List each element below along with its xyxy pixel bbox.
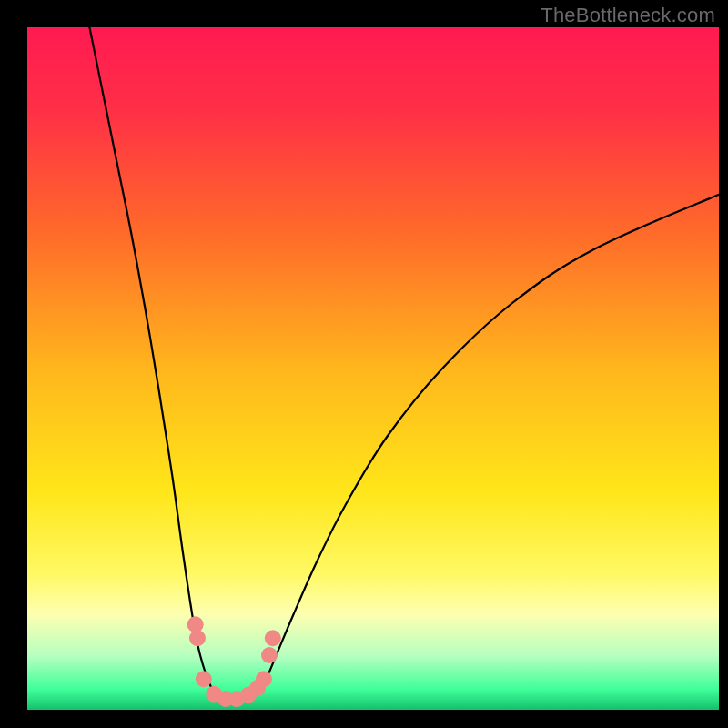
gradient-background bbox=[27, 27, 719, 710]
bottleneck-chart bbox=[0, 0, 728, 728]
watermark-text: TheBottleneck.com bbox=[541, 4, 715, 27]
curve-marker bbox=[189, 630, 206, 646]
curve-marker bbox=[265, 630, 281, 646]
chart-frame: TheBottleneck.com bbox=[0, 0, 728, 728]
curve-marker bbox=[261, 647, 278, 663]
curve-marker bbox=[256, 671, 272, 687]
curve-marker bbox=[196, 671, 212, 687]
